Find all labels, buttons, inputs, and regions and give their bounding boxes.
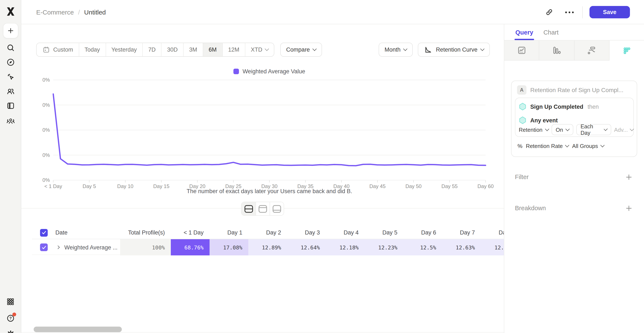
- help-icon[interactable]: ?: [6, 313, 15, 323]
- add-filter-button[interactable]: [624, 173, 633, 181]
- column-header-day-6: Day 6: [403, 226, 442, 239]
- column-header--1-day: < 1 Day: [171, 226, 210, 239]
- column-header-day-2: Day 2: [248, 226, 287, 239]
- report-type-insights-icon[interactable]: [504, 41, 540, 61]
- svg-text:?: ?: [9, 316, 12, 320]
- step-badge: A: [517, 85, 526, 95]
- breakdown-label: Breakdown: [515, 205, 546, 211]
- select-all-checkbox[interactable]: [40, 229, 48, 236]
- copy-link-icon[interactable]: [543, 6, 555, 18]
- add-breakdown-button[interactable]: [624, 204, 633, 212]
- tab-query[interactable]: Query: [515, 24, 533, 40]
- retention-value-cell: 12.64%: [287, 239, 326, 255]
- groups-dropdown[interactable]: All Groups: [572, 143, 604, 149]
- date-range-segmented-control: CustomTodayYesterday7D30D3M6M12MXTD: [36, 43, 274, 57]
- column-header-day-5: Day 5: [364, 226, 403, 239]
- date-range-7d[interactable]: 7D: [142, 43, 161, 56]
- retention-value-cell: 12.41%: [481, 239, 504, 255]
- then-label: then: [588, 103, 599, 110]
- save-button[interactable]: Save: [590, 6, 630, 18]
- event-hexagon-icon: [519, 103, 526, 110]
- retention-value-cell: 17.08%: [210, 239, 248, 255]
- cohorts-icon[interactable]: [6, 116, 15, 126]
- first-event-row[interactable]: Sign Up Completed then: [515, 102, 633, 112]
- date-range-today[interactable]: Today: [78, 43, 106, 56]
- create-report-button[interactable]: [3, 23, 18, 38]
- retention-events-card: Sign Up Completed then Any event Retenti…: [515, 98, 634, 137]
- date-range-6m[interactable]: 6M: [203, 43, 222, 56]
- boards-icon[interactable]: [6, 101, 15, 110]
- row-checkbox[interactable]: [40, 243, 48, 251]
- header-divider: [582, 6, 583, 18]
- compare-button[interactable]: Compare: [280, 43, 322, 57]
- column-header-total-profile-s-: Total Profile(s): [120, 226, 171, 239]
- panel-tabs: Query Chart: [504, 24, 644, 41]
- date-range-3m[interactable]: 3M: [183, 43, 203, 56]
- query-step-card: A Retention Rate of Sign Up Compl... Sig…: [511, 81, 637, 157]
- query-panel: Query Chart A Retention Rate of Sign Up …: [504, 24, 644, 333]
- report-type-retention-icon[interactable]: [610, 41, 644, 61]
- retention-type-dropdown[interactable]: Retention: [519, 126, 548, 133]
- column-header-day-3: Day 3: [287, 226, 326, 239]
- users-icon[interactable]: [6, 87, 15, 96]
- retention-curve-chart: 0%20%40%60%80%< 1 DayDay 5Day 10Day 15Da…: [42, 77, 494, 190]
- table-row: Weighted Average ...100%68.76%17.08%12.8…: [32, 239, 504, 255]
- breadcrumb-project[interactable]: E-Commerce: [36, 9, 74, 16]
- legend-label: Weighted Average Value: [242, 68, 305, 75]
- more-options-button[interactable]: [564, 6, 576, 18]
- step-title-input[interactable]: Retention Rate of Sign Up Compl...: [530, 87, 631, 93]
- breadcrumb-separator: /: [78, 9, 80, 16]
- filter-section: Filter: [515, 172, 633, 182]
- top-header: E-Commerce / Untitled Save: [21, 0, 644, 24]
- retention-value-cell: 100%: [120, 239, 171, 255]
- date-range-custom[interactable]: Custom: [37, 43, 78, 56]
- row-name[interactable]: Weighted Average ...: [64, 244, 118, 250]
- report-type-funnels-icon[interactable]: [540, 41, 574, 61]
- view-toggle-chart-only-icon[interactable]: [256, 202, 270, 215]
- view-toggle-table-only-icon[interactable]: [270, 202, 284, 215]
- retention-curve-icon: [424, 46, 432, 54]
- column-header-date: Date: [32, 226, 120, 239]
- advanced-dropdown[interactable]: Adv...: [614, 126, 633, 133]
- metric-dropdown[interactable]: Retention Rate: [526, 143, 568, 149]
- date-range-30d[interactable]: 30D: [161, 43, 183, 56]
- apps-grid-icon[interactable]: [6, 297, 15, 306]
- legend-item[interactable]: Weighted Average Value: [53, 68, 486, 75]
- second-event-row[interactable]: Any event: [515, 115, 633, 125]
- date-range-yesterday[interactable]: Yesterday: [106, 43, 142, 56]
- retention-on-dropdown[interactable]: On: [551, 124, 573, 135]
- report-type-flows-icon[interactable]: [574, 41, 610, 61]
- settings-gear-icon[interactable]: [6, 329, 15, 333]
- view-toggle-split-icon[interactable]: [242, 202, 256, 215]
- breakdown-section: Breakdown: [515, 203, 633, 213]
- column-header-day-1: Day 1: [210, 226, 248, 239]
- events-cursor-icon[interactable]: [6, 72, 15, 82]
- percent-symbol: %: [518, 143, 522, 149]
- date-range-xtd[interactable]: XTD: [245, 43, 274, 56]
- mixpanel-logo[interactable]: [5, 6, 16, 17]
- svg-text:40%: 40%: [42, 127, 50, 133]
- retention-table: DateTotal Profile(s)< 1 DayDay 1Day 2Day…: [32, 226, 504, 256]
- row-expand-chevron-icon[interactable]: [55, 244, 61, 250]
- retention-interval-dropdown[interactable]: Each Day: [576, 124, 611, 135]
- legend-swatch: [234, 69, 239, 74]
- horizontal-scrollbar-thumb[interactable]: [34, 326, 122, 332]
- filter-label: Filter: [515, 174, 528, 180]
- granularity-dropdown[interactable]: Month: [379, 43, 413, 57]
- search-icon[interactable]: [6, 43, 15, 53]
- table-bottom-border: [21, 332, 504, 332]
- breadcrumb-report-title[interactable]: Untitled: [84, 9, 106, 16]
- view-toggle-group: [241, 202, 284, 216]
- chart-type-dropdown[interactable]: Retention Curve: [418, 43, 490, 57]
- tab-chart[interactable]: Chart: [544, 24, 558, 40]
- discover-compass-icon[interactable]: [6, 58, 15, 67]
- row-label-cell: Weighted Average ...: [32, 239, 120, 255]
- svg-text:20%: 20%: [42, 152, 50, 158]
- date-range-12m[interactable]: 12M: [222, 43, 245, 56]
- column-header-day-7: Day 7: [442, 226, 481, 239]
- retention-value-cell: 12.89%: [248, 239, 287, 255]
- left-sidebar: ?: [0, 0, 21, 333]
- column-header-day-8: Day 8: [481, 226, 504, 239]
- table-header-row: DateTotal Profile(s)< 1 DayDay 1Day 2Day…: [32, 226, 504, 239]
- svg-text:0%: 0%: [42, 177, 50, 183]
